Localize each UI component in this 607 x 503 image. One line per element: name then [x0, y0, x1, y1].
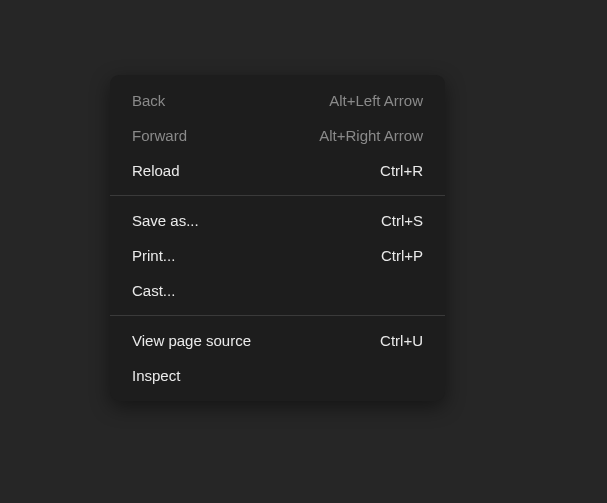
menu-item-reload[interactable]: Reload Ctrl+R [110, 153, 445, 188]
menu-item-label: Reload [132, 160, 180, 181]
menu-item-label: View page source [132, 330, 251, 351]
menu-item-label: Cast... [132, 280, 175, 301]
menu-item-shortcut: Ctrl+U [380, 330, 423, 351]
menu-item-shortcut: Alt+Right Arrow [319, 125, 423, 146]
menu-item-shortcut: Alt+Left Arrow [329, 90, 423, 111]
menu-item-view-page-source[interactable]: View page source Ctrl+U [110, 323, 445, 358]
menu-item-print[interactable]: Print... Ctrl+P [110, 238, 445, 273]
menu-item-label: Back [132, 90, 165, 111]
menu-item-inspect[interactable]: Inspect [110, 358, 445, 393]
menu-item-shortcut: Ctrl+P [381, 245, 423, 266]
menu-item-label: Print... [132, 245, 175, 266]
menu-item-label: Save as... [132, 210, 199, 231]
menu-separator [110, 315, 445, 316]
menu-item-cast[interactable]: Cast... [110, 273, 445, 308]
menu-item-label: Forward [132, 125, 187, 146]
menu-item-shortcut: Ctrl+S [381, 210, 423, 231]
menu-item-back[interactable]: Back Alt+Left Arrow [110, 83, 445, 118]
menu-item-save-as[interactable]: Save as... Ctrl+S [110, 203, 445, 238]
context-menu: Back Alt+Left Arrow Forward Alt+Right Ar… [110, 75, 445, 401]
menu-item-label: Inspect [132, 365, 180, 386]
menu-separator [110, 195, 445, 196]
menu-item-shortcut: Ctrl+R [380, 160, 423, 181]
menu-item-forward[interactable]: Forward Alt+Right Arrow [110, 118, 445, 153]
